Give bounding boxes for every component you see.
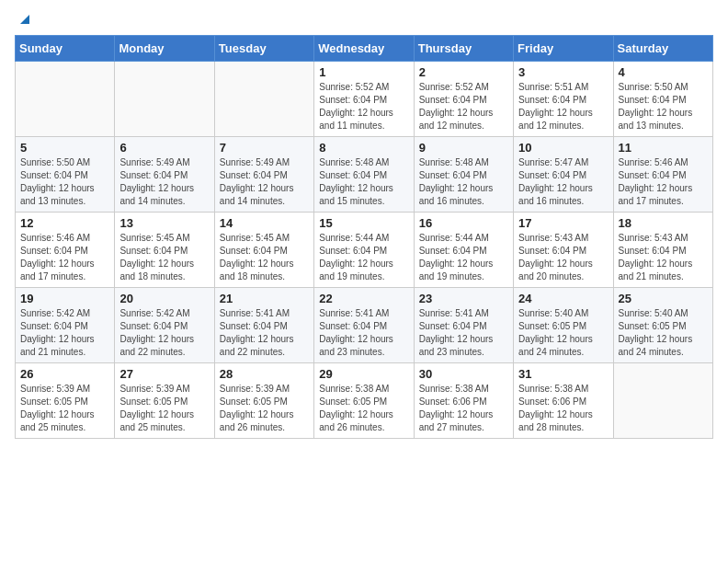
day-info: Sunrise: 5:41 AM Sunset: 6:04 PM Dayligh… — [319, 307, 408, 359]
day-number: 26 — [20, 367, 109, 381]
calendar-cell: 23Sunrise: 5:41 AM Sunset: 6:04 PM Dayli… — [414, 288, 513, 363]
day-number: 4 — [619, 65, 708, 79]
calendar-cell: 29Sunrise: 5:38 AM Sunset: 6:05 PM Dayli… — [314, 363, 414, 439]
day-info: Sunrise: 5:38 AM Sunset: 6:06 PM Dayligh… — [518, 383, 608, 434]
day-info: Sunrise: 5:50 AM Sunset: 6:04 PM Dayligh… — [619, 81, 708, 132]
weekday-header: Thursday — [414, 36, 513, 62]
page-header — [15, 15, 713, 24]
day-number: 8 — [319, 141, 408, 155]
day-info: Sunrise: 5:46 AM Sunset: 6:04 PM Dayligh… — [619, 156, 708, 208]
day-number: 2 — [419, 65, 508, 79]
day-info: Sunrise: 5:39 AM Sunset: 6:05 PM Dayligh… — [20, 383, 109, 434]
calendar-cell — [115, 62, 214, 137]
calendar-cell: 27Sunrise: 5:39 AM Sunset: 6:05 PM Dayli… — [115, 363, 214, 439]
day-info: Sunrise: 5:49 AM Sunset: 6:04 PM Dayligh… — [119, 156, 209, 208]
day-info: Sunrise: 5:52 AM Sunset: 6:04 PM Dayligh… — [319, 81, 408, 132]
calendar-cell: 13Sunrise: 5:45 AM Sunset: 6:04 PM Dayli… — [115, 213, 214, 288]
calendar-cell: 9Sunrise: 5:48 AM Sunset: 6:04 PM Daylig… — [414, 137, 513, 213]
calendar-cell: 4Sunrise: 5:50 AM Sunset: 6:04 PM Daylig… — [613, 62, 712, 137]
calendar-cell: 5Sunrise: 5:50 AM Sunset: 6:04 PM Daylig… — [16, 137, 115, 213]
day-info: Sunrise: 5:44 AM Sunset: 6:04 PM Dayligh… — [319, 232, 408, 283]
calendar-cell: 12Sunrise: 5:46 AM Sunset: 6:04 PM Dayli… — [16, 213, 115, 288]
calendar-cell: 7Sunrise: 5:49 AM Sunset: 6:04 PM Daylig… — [214, 137, 313, 213]
day-number: 19 — [20, 292, 109, 305]
day-number: 13 — [119, 216, 209, 230]
day-number: 15 — [319, 216, 408, 230]
calendar-cell: 18Sunrise: 5:43 AM Sunset: 6:04 PM Dayli… — [613, 213, 712, 288]
calendar-cell: 30Sunrise: 5:38 AM Sunset: 6:06 PM Dayli… — [414, 363, 513, 439]
calendar-week-row: 5Sunrise: 5:50 AM Sunset: 6:04 PM Daylig… — [16, 137, 713, 213]
day-number: 6 — [119, 141, 209, 155]
day-info: Sunrise: 5:51 AM Sunset: 6:04 PM Dayligh… — [518, 81, 608, 132]
calendar-cell — [613, 363, 712, 439]
day-info: Sunrise: 5:44 AM Sunset: 6:04 PM Dayligh… — [419, 232, 508, 283]
calendar-cell: 8Sunrise: 5:48 AM Sunset: 6:04 PM Daylig… — [314, 137, 414, 213]
day-number: 25 — [619, 292, 708, 305]
calendar-cell — [214, 62, 313, 137]
day-info: Sunrise: 5:45 AM Sunset: 6:04 PM Dayligh… — [119, 232, 209, 283]
day-info: Sunrise: 5:41 AM Sunset: 6:04 PM Dayligh… — [419, 307, 508, 359]
day-number: 11 — [619, 141, 708, 155]
calendar-week-row: 12Sunrise: 5:46 AM Sunset: 6:04 PM Dayli… — [16, 213, 713, 288]
calendar-cell: 16Sunrise: 5:44 AM Sunset: 6:04 PM Dayli… — [414, 213, 513, 288]
calendar-cell: 24Sunrise: 5:40 AM Sunset: 6:05 PM Dayli… — [514, 288, 613, 363]
logo — [15, 15, 33, 24]
day-info: Sunrise: 5:48 AM Sunset: 6:04 PM Dayligh… — [419, 156, 508, 208]
day-info: Sunrise: 5:50 AM Sunset: 6:04 PM Dayligh… — [20, 156, 109, 208]
calendar-cell: 22Sunrise: 5:41 AM Sunset: 6:04 PM Dayli… — [314, 288, 414, 363]
weekday-header: Monday — [115, 36, 214, 62]
day-info: Sunrise: 5:49 AM Sunset: 6:04 PM Dayligh… — [220, 156, 309, 208]
calendar-cell: 14Sunrise: 5:45 AM Sunset: 6:04 PM Dayli… — [214, 213, 313, 288]
day-number: 10 — [518, 141, 608, 155]
calendar-cell: 21Sunrise: 5:41 AM Sunset: 6:04 PM Dayli… — [214, 288, 313, 363]
day-info: Sunrise: 5:39 AM Sunset: 6:05 PM Dayligh… — [119, 383, 209, 434]
day-info: Sunrise: 5:40 AM Sunset: 6:05 PM Dayligh… — [518, 307, 608, 359]
day-number: 28 — [220, 367, 309, 381]
day-number: 30 — [419, 367, 508, 381]
calendar-table: SundayMondayTuesdayWednesdayThursdayFrid… — [15, 35, 713, 439]
calendar-cell: 31Sunrise: 5:38 AM Sunset: 6:06 PM Dayli… — [514, 363, 613, 439]
day-number: 22 — [319, 292, 408, 305]
weekday-header: Sunday — [16, 36, 115, 62]
calendar-cell: 20Sunrise: 5:42 AM Sunset: 6:04 PM Dayli… — [115, 288, 214, 363]
day-number: 18 — [619, 216, 708, 230]
day-number: 21 — [220, 292, 309, 305]
day-number: 27 — [119, 367, 209, 381]
day-number: 5 — [20, 141, 109, 155]
calendar-cell: 15Sunrise: 5:44 AM Sunset: 6:04 PM Dayli… — [314, 213, 414, 288]
svg-marker-0 — [20, 15, 29, 24]
day-info: Sunrise: 5:43 AM Sunset: 6:04 PM Dayligh… — [518, 232, 608, 283]
day-number: 9 — [419, 141, 508, 155]
weekday-header: Friday — [514, 36, 613, 62]
calendar-cell: 28Sunrise: 5:39 AM Sunset: 6:05 PM Dayli… — [214, 363, 313, 439]
calendar-cell: 26Sunrise: 5:39 AM Sunset: 6:05 PM Dayli… — [16, 363, 115, 439]
calendar-cell — [16, 62, 115, 137]
day-number: 14 — [220, 216, 309, 230]
day-info: Sunrise: 5:38 AM Sunset: 6:06 PM Dayligh… — [419, 383, 508, 434]
day-number: 7 — [220, 141, 309, 155]
day-info: Sunrise: 5:39 AM Sunset: 6:05 PM Dayligh… — [220, 383, 309, 434]
day-info: Sunrise: 5:46 AM Sunset: 6:04 PM Dayligh… — [20, 232, 109, 283]
calendar-week-row: 26Sunrise: 5:39 AM Sunset: 6:05 PM Dayli… — [16, 363, 713, 439]
day-info: Sunrise: 5:47 AM Sunset: 6:04 PM Dayligh… — [518, 156, 608, 208]
calendar-cell: 25Sunrise: 5:40 AM Sunset: 6:05 PM Dayli… — [613, 288, 712, 363]
day-number: 20 — [119, 292, 209, 305]
day-number: 16 — [419, 216, 508, 230]
day-number: 24 — [518, 292, 608, 305]
day-info: Sunrise: 5:42 AM Sunset: 6:04 PM Dayligh… — [20, 307, 109, 359]
day-number: 1 — [319, 65, 408, 79]
day-info: Sunrise: 5:52 AM Sunset: 6:04 PM Dayligh… — [419, 81, 508, 132]
day-number: 29 — [319, 367, 408, 381]
weekday-header: Wednesday — [314, 36, 414, 62]
calendar-week-row: 1Sunrise: 5:52 AM Sunset: 6:04 PM Daylig… — [16, 62, 713, 137]
calendar-week-row: 19Sunrise: 5:42 AM Sunset: 6:04 PM Dayli… — [16, 288, 713, 363]
weekday-header: Tuesday — [214, 36, 313, 62]
day-info: Sunrise: 5:40 AM Sunset: 6:05 PM Dayligh… — [619, 307, 708, 359]
weekday-header: Saturday — [613, 36, 712, 62]
day-number: 17 — [518, 216, 608, 230]
day-number: 3 — [518, 65, 608, 79]
calendar-cell: 2Sunrise: 5:52 AM Sunset: 6:04 PM Daylig… — [414, 62, 513, 137]
calendar-cell: 10Sunrise: 5:47 AM Sunset: 6:04 PM Dayli… — [514, 137, 613, 213]
calendar-header-row: SundayMondayTuesdayWednesdayThursdayFrid… — [16, 36, 713, 62]
calendar-cell: 11Sunrise: 5:46 AM Sunset: 6:04 PM Dayli… — [613, 137, 712, 213]
